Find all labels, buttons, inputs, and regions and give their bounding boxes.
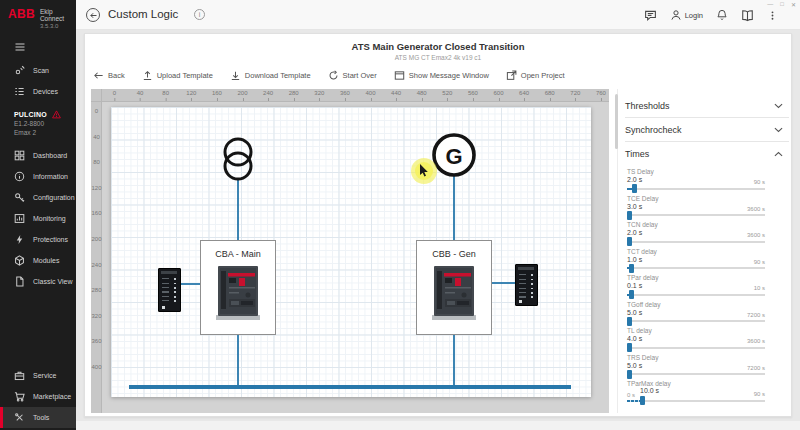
ruler-tick-label: 760	[596, 90, 606, 96]
abb-logo: ABB	[8, 7, 35, 21]
section-header-synchrocheck[interactable]: Synchrocheck	[625, 118, 789, 141]
slider-handle[interactable]	[627, 343, 632, 352]
open-project-icon	[506, 70, 517, 81]
warning-triangle-icon	[52, 110, 61, 119]
slider-track[interactable]	[627, 214, 765, 216]
upload-template-button[interactable]: Upload Template	[142, 70, 213, 81]
toolbar-label: Show Message Window	[409, 71, 489, 80]
ruler-tick-label: 720	[570, 90, 580, 96]
slider-track[interactable]	[627, 320, 765, 322]
sidebar-item-classic-view[interactable]: Classic View	[0, 271, 76, 292]
sidebar-item-tools[interactable]: Tools	[0, 407, 76, 428]
slider-track[interactable]	[627, 373, 765, 375]
ruler-tick-label: 600	[493, 90, 503, 96]
slider-label: TRS Delay	[627, 354, 658, 361]
open-project-button[interactable]: Open Project	[506, 70, 565, 81]
ruler-tick-label: 320	[314, 90, 324, 96]
section-header-times[interactable]: Times	[625, 142, 789, 165]
sidebar-item-service[interactable]: Service	[0, 365, 76, 386]
slider-label: TPar delay	[627, 274, 658, 281]
sidebar-item-protections[interactable]: Protections	[0, 229, 76, 250]
sidebar-item-information[interactable]: Information	[0, 166, 76, 187]
slider-label: TParMax delay	[627, 380, 671, 387]
slider-handle[interactable]	[627, 237, 632, 246]
sidebar-item-label: Classic View	[33, 278, 73, 285]
slider-tpar-delay: TPar delay0.1 s10 s	[625, 274, 789, 301]
ruler-tick-label: 200	[237, 90, 247, 96]
hamburger-menu-button[interactable]	[0, 38, 76, 56]
login-label: Login	[685, 11, 703, 20]
sidebar-item-label: Monitoring	[33, 215, 66, 222]
breaker-node-cbb[interactable]: CBB - Gen	[416, 240, 492, 335]
sidebar-item-scan[interactable]: Scan	[0, 60, 76, 81]
slider-value: 4.0 s	[627, 335, 642, 342]
ruler-tick-label: 680	[545, 90, 555, 96]
section-label: Times	[625, 149, 649, 159]
sidebar-item-monitoring[interactable]: Monitoring	[0, 208, 76, 229]
minimize-icon[interactable]: —	[767, 1, 773, 8]
slider-handle[interactable]	[627, 317, 632, 326]
slider-track[interactable]	[627, 294, 765, 296]
download-template-button[interactable]: Download Template	[230, 70, 311, 81]
slider-track[interactable]	[627, 188, 765, 190]
cursor-highlight	[411, 158, 437, 184]
reader-icon[interactable]	[741, 9, 754, 22]
slider-value: 2.0 s	[627, 229, 642, 236]
ekip-module-b[interactable]	[515, 264, 538, 306]
ekip-module-a[interactable]	[158, 268, 181, 312]
back-arrow-icon	[93, 70, 104, 81]
slider-handle[interactable]	[627, 370, 632, 379]
slider-max-label: 7200 s	[747, 365, 765, 371]
transformer-symbol[interactable]	[225, 139, 251, 179]
info-icon[interactable]: i	[194, 9, 205, 20]
dashboard-icon	[14, 150, 25, 161]
back-circle-button[interactable]	[86, 8, 100, 22]
ruler-tick-label: 160	[212, 90, 222, 96]
configuration-icon	[14, 192, 25, 203]
hamburger-icon	[14, 41, 26, 53]
slider-track[interactable]	[627, 347, 765, 349]
slider-track[interactable]	[627, 241, 765, 243]
kebab-menu-icon[interactable]	[767, 10, 778, 21]
ruler-corner	[91, 89, 102, 102]
breaker-image	[431, 265, 477, 321]
slider-max-label: 10 s	[754, 285, 765, 291]
service-icon	[14, 370, 25, 381]
vertical-scrollbar[interactable]	[615, 94, 618, 149]
close-icon[interactable]: ✕	[791, 1, 796, 8]
diagram-page[interactable]: G CBA - Main	[111, 107, 591, 397]
slider-value: 1.0 s	[627, 256, 642, 263]
sidebar-item-modules[interactable]: Modules	[0, 250, 76, 271]
slider-track[interactable]	[627, 267, 765, 269]
toolbar-label: Open Project	[521, 71, 565, 80]
ruler-tick-label: 360	[91, 338, 102, 344]
show-message-window-button[interactable]: Show Message Window	[394, 70, 489, 81]
page-title: Custom Logic	[108, 8, 178, 20]
bell-icon[interactable]	[716, 9, 728, 21]
comment-icon[interactable]	[644, 9, 657, 22]
slider-handle[interactable]	[627, 211, 632, 220]
ruler-tick-label: 160	[91, 210, 102, 216]
sidebar-item-marketplace[interactable]: Marketplace	[0, 386, 76, 407]
sidebar-item-dashboard[interactable]: Dashboard	[0, 145, 76, 166]
section-header-thresholds[interactable]: Thresholds	[625, 94, 789, 117]
sidebar-item-devices[interactable]: Devices	[0, 81, 76, 102]
sidebar-item-configuration[interactable]: Configuration	[0, 187, 76, 208]
slider-handle[interactable]	[640, 396, 645, 405]
generator-symbol[interactable]: G	[434, 135, 474, 175]
device-info[interactable]: PULCINO E1.2-8800 Emax 2	[0, 102, 76, 143]
slider-handle[interactable]	[629, 290, 634, 299]
slider-handle[interactable]	[632, 184, 637, 193]
app-logo-row: ABB Ekip Connect 3.5.3.0	[0, 0, 76, 30]
maximize-icon[interactable]: □	[780, 1, 784, 8]
breaker-node-cba[interactable]: CBA - Main	[200, 240, 276, 335]
start-over-button[interactable]: Start Over	[328, 70, 377, 81]
diagram-canvas: 0408012016020024028032036040044048052056…	[91, 89, 609, 413]
login-button[interactable]: Login	[670, 9, 703, 21]
information-icon	[14, 171, 25, 182]
project-subtitle: ATS MG CT Emax2 4k v19 c1	[85, 54, 791, 61]
ruler-tick-label: 80	[91, 159, 102, 165]
slider-track[interactable]	[627, 400, 765, 402]
slider-handle[interactable]	[629, 264, 634, 273]
back-button[interactable]: Back	[93, 70, 125, 81]
